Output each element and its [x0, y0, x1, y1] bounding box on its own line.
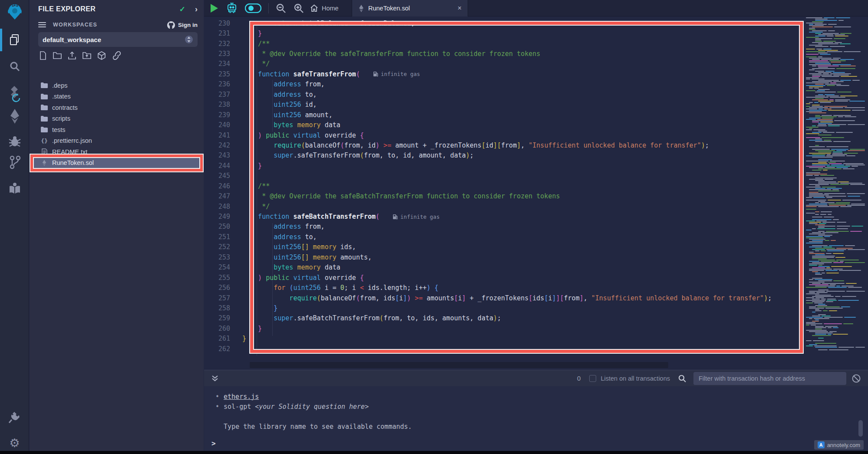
- line-number: 256: [204, 284, 242, 292]
- braces-icon: {}: [41, 138, 48, 144]
- workspaces-label: WORKSPACES: [53, 22, 167, 28]
- file-tree: .deps.statescontractsscriptstests{}.pret…: [30, 80, 204, 168]
- tree-item-tests[interactable]: tests: [30, 124, 204, 135]
- remix-ide-window: ⚙ FILE EXPLORER ✓ › WORKSPACES Sign in d…: [0, 0, 868, 454]
- new-folder-icon[interactable]: [53, 51, 62, 59]
- tree-item-runetoken-sol[interactable]: RuneToken.sol: [30, 158, 204, 169]
- terminal-prompt[interactable]: >: [211, 439, 216, 447]
- code-line: 242 require(balanceOf(from, id) >= amoun…: [204, 140, 805, 150]
- tree-item-label: .deps: [52, 82, 67, 89]
- code-line: 260 }: [204, 323, 805, 333]
- workspace-select[interactable]: default_workspace: [38, 32, 198, 47]
- code-line: 254 bytes memory data: [204, 263, 805, 273]
- tree-item-label: tests: [52, 126, 66, 133]
- chevron-right-icon[interactable]: ›: [195, 5, 198, 14]
- workspaces-menu-icon[interactable]: [38, 22, 46, 27]
- line-number: 253: [204, 253, 242, 261]
- line-number: 245: [204, 172, 242, 180]
- terminal-output: •ethers.js•sol-gpt <your Solidity questi…: [204, 386, 868, 451]
- cube-icon[interactable]: [97, 51, 106, 60]
- code-lines: 230 return totalBalance - frozenBalance;…: [204, 18, 805, 354]
- upload-folder-icon[interactable]: [83, 51, 91, 59]
- line-number: 259: [204, 314, 242, 322]
- run-script-icon[interactable]: [209, 3, 219, 13]
- line-number: 255: [204, 274, 242, 282]
- tree-item--states[interactable]: .states: [30, 91, 204, 102]
- code-line: 243 super.safeTransferFrom(from, to, id,…: [204, 151, 805, 161]
- line-number: 238: [204, 101, 242, 109]
- line-number: 236: [204, 80, 242, 88]
- gas-estimate-badge: infinite gas: [373, 71, 420, 77]
- terminal-collapse-icon[interactable]: [211, 375, 219, 382]
- line-number: 260: [204, 325, 242, 332]
- annotely-logo: A: [818, 441, 825, 448]
- code-line: 244 }: [204, 161, 805, 171]
- home-icon: [310, 4, 318, 12]
- terminal-line: [212, 411, 868, 421]
- line-number: 258: [204, 304, 242, 312]
- line-number: 243: [204, 151, 242, 159]
- code-line: 237 address to,: [204, 89, 805, 99]
- line-number: 248: [204, 203, 242, 211]
- code-line: 230 return totalBalance - frozenBalance;: [204, 18, 805, 28]
- file-explorer-panel: FILE EXPLORER ✓ › WORKSPACES Sign in def…: [30, 0, 204, 454]
- remix-logo[interactable]: [0, 3, 29, 21]
- link-icon[interactable]: [112, 51, 122, 60]
- source-control-icon[interactable]: [0, 154, 29, 171]
- bottom-strip: [0, 451, 868, 454]
- deploy-run-icon[interactable]: [0, 108, 29, 125]
- plugin-manager-icon[interactable]: [0, 409, 29, 426]
- github-icon: [167, 21, 175, 29]
- minimap[interactable]: [806, 17, 865, 353]
- ai-toggle[interactable]: [245, 3, 261, 13]
- code-line: 262: [204, 344, 805, 354]
- file-explorer-icon[interactable]: [0, 31, 29, 49]
- line-number: 246: [204, 182, 242, 190]
- tree-item-readme-txt[interactable]: README.txt: [30, 146, 204, 158]
- line-number: 257: [204, 294, 242, 302]
- sign-in-button[interactable]: Sign in: [167, 21, 198, 29]
- solidity-compiler-icon[interactable]: [0, 83, 29, 106]
- tree-item--deps[interactable]: .deps: [30, 80, 204, 91]
- code-line: 241 ) public virtual override {: [204, 130, 805, 140]
- line-number: 241: [204, 132, 242, 139]
- tab-home[interactable]: Home: [303, 0, 346, 16]
- tree-item--prettierrc-json[interactable]: {}.prettierrc.json: [30, 135, 204, 147]
- new-file-icon[interactable]: [39, 51, 47, 60]
- file-toolbar: [39, 51, 122, 60]
- listen-toggle[interactable]: Listen on all transactions: [589, 375, 670, 382]
- settings-icon[interactable]: ⚙: [0, 435, 29, 451]
- tree-item-label: contracts: [52, 104, 78, 111]
- terminal-line: •sol-gpt <your Solidity question here>: [212, 401, 868, 411]
- terminal-bar: 0 Listen on all transactions: [204, 370, 868, 386]
- code-editor[interactable]: 230 return totalBalance - frozenBalance;…: [204, 17, 868, 370]
- terminal-link[interactable]: ethers.js: [224, 393, 259, 401]
- tab-close-icon[interactable]: ×: [458, 4, 462, 12]
- tab-runetoken[interactable]: RuneToken.sol ×: [352, 0, 468, 16]
- code-line: 233 * @dev Override the safeTransferFrom…: [204, 49, 805, 59]
- tree-item-contracts[interactable]: contracts: [30, 102, 204, 113]
- tree-item-label: RuneToken.sol: [52, 159, 94, 166]
- code-line: 247 * @dev Override the safeBatchTransfe…: [204, 191, 805, 201]
- filter-input[interactable]: [693, 372, 846, 385]
- code-line: 239 uint256 amount,: [204, 110, 805, 120]
- watermark: A annotely.com: [814, 440, 864, 450]
- terminal-line: Type the library name to see available c…: [212, 421, 868, 431]
- listen-checkbox[interactable]: [589, 375, 596, 382]
- tree-item-scripts[interactable]: scripts: [30, 113, 204, 125]
- zoom-out-icon[interactable]: [276, 3, 287, 14]
- line-number: 237: [204, 91, 242, 99]
- debugger-icon[interactable]: [0, 133, 29, 150]
- horizontal-scrollbar[interactable]: [250, 362, 668, 368]
- folder-icon: [41, 116, 48, 122]
- ai-assistant-icon[interactable]: [226, 3, 238, 14]
- clear-console-icon[interactable]: [851, 374, 861, 383]
- file-icon: [41, 148, 48, 155]
- search-icon[interactable]: [0, 58, 29, 75]
- listen-label: Listen on all transactions: [601, 375, 670, 382]
- upload-file-icon[interactable]: [68, 51, 76, 60]
- learneth-icon[interactable]: [0, 180, 29, 197]
- terminal-scrollbar[interactable]: [858, 420, 863, 437]
- code-line: 238 uint256 id,: [204, 100, 805, 110]
- icon-rail: ⚙: [0, 0, 29, 454]
